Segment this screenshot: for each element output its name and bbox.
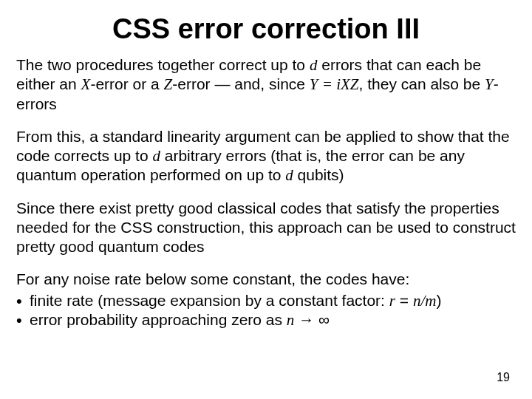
b1-eq: =: [395, 292, 413, 309]
var-n: n: [287, 311, 295, 329]
var-Y: Y: [485, 75, 494, 93]
arrow-icon: →: [294, 311, 318, 328]
paragraph-3: Since there exist pretty good classical …: [16, 199, 516, 257]
var-Z: Z: [164, 75, 173, 93]
bullet-list: finite rate (message expansion by a cons…: [16, 291, 516, 330]
eq-Y-iXZ: Y = iXZ: [310, 75, 359, 93]
bullet-error-prob: error probability approaching zero as n …: [16, 310, 516, 330]
var-d: d: [285, 166, 293, 184]
var-d: d: [310, 56, 318, 74]
p1-text: -error or a: [90, 75, 163, 92]
var-n-over-m: n/m: [413, 292, 437, 310]
b1-text: ): [436, 292, 441, 309]
infinity-icon: ∞: [318, 311, 330, 328]
b1-text: finite rate (message expansion by a cons…: [30, 292, 389, 309]
slide: CSS error correction III The two procedu…: [0, 0, 532, 399]
paragraph-1: The two procedures together correct up t…: [16, 55, 516, 114]
page-number: 19: [497, 371, 510, 384]
paragraph-2: From this, a standard linearity argument…: [16, 127, 516, 185]
var-d: d: [152, 147, 160, 165]
bullet-finite-rate: finite rate (message expansion by a cons…: [16, 291, 516, 310]
p1-text: -error — and, since: [172, 75, 310, 92]
var-X: X: [81, 75, 91, 93]
paragraph-4-lead: For any noise rate below some constant, …: [16, 270, 516, 289]
p2-text: qubits): [293, 166, 344, 183]
p1-text: The two procedures together correct up t…: [16, 56, 310, 73]
b2-text: error probability approaching zero as: [30, 311, 287, 328]
p1-text: , they can also be: [359, 75, 485, 92]
slide-title: CSS error correction III: [16, 13, 516, 45]
var-r: r: [389, 292, 395, 310]
